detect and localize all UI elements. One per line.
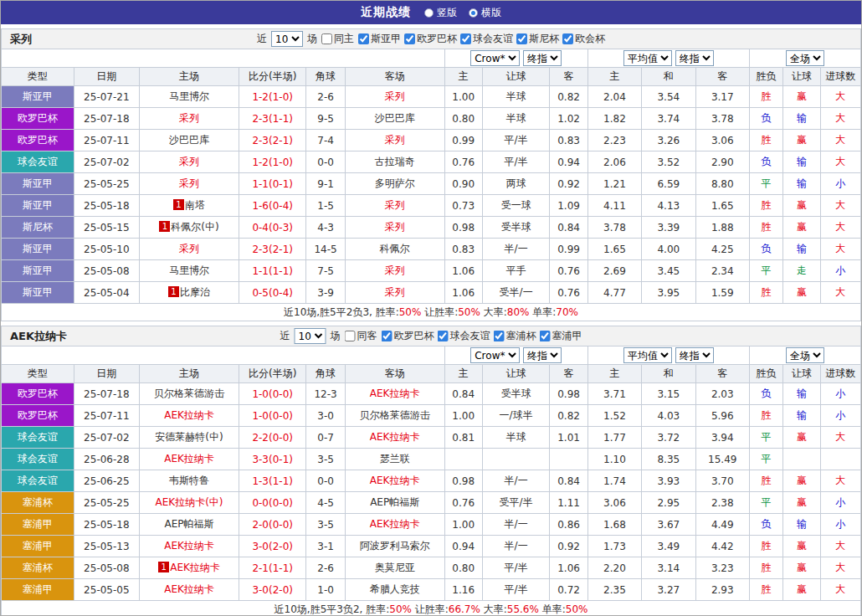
league-filter-checkbox[interactable]	[562, 33, 573, 44]
avg-odds-select[interactable]: 平均值	[623, 50, 672, 66]
avg-stage-select[interactable]: 终指	[675, 347, 714, 363]
team-link[interactable]: AEK拉纳卡	[170, 562, 220, 573]
summary-stat-label: 让胜率:	[421, 306, 458, 318]
avg-stage-select[interactable]: 终指	[675, 50, 714, 66]
league-filter-checkbox[interactable]	[540, 331, 551, 341]
view-radio-vertical[interactable]: 竖版	[424, 6, 457, 20]
league-badge: 欧罗巴杯	[2, 405, 74, 427]
team-link[interactable]: 安德莱赫特(中)	[155, 431, 223, 443]
avg-away: 3.94	[695, 427, 749, 449]
odds-provider-select[interactable]: Crow*	[470, 50, 520, 66]
odds-provider-select[interactable]: Crow*	[470, 347, 520, 363]
score-cell: 3-0(2-0)	[239, 536, 306, 557]
view-radio-horizontal[interactable]: 横版	[469, 6, 501, 20]
team-link[interactable]: AEK拉纳卡	[164, 409, 214, 421]
home-team-cell: AEP帕福斯	[140, 514, 239, 536]
scope-select[interactable]: 全场	[786, 50, 824, 66]
team-link[interactable]: 马里博尔	[169, 90, 209, 102]
team-link[interactable]: AEK拉纳卡	[370, 518, 420, 530]
league-filter[interactable]: 塞浦杯	[494, 329, 536, 343]
avg-odds-select[interactable]: 平均值	[623, 347, 672, 363]
team-link[interactable]: 希腊人竞技	[370, 583, 420, 595]
league-filter-checkbox[interactable]	[494, 331, 505, 341]
team-link[interactable]: 阿波罗利马索尔	[360, 540, 430, 552]
league-filter[interactable]: 欧罗巴杯	[382, 329, 434, 343]
team-link[interactable]: 采列	[385, 90, 405, 102]
summary-stat-label: 大率:	[480, 603, 507, 615]
match-count-select[interactable]: 10	[295, 328, 326, 344]
league-filter[interactable]: 球会友谊	[438, 329, 490, 343]
league-filter[interactable]: 塞浦甲	[540, 329, 582, 343]
team-link[interactable]: 沙巴巴库	[169, 134, 209, 146]
odds-home: 1.00	[444, 514, 482, 536]
league-filter[interactable]: 球会友谊	[460, 32, 513, 46]
team-link[interactable]: AEP帕福斯	[164, 518, 213, 530]
summary-row: 近10场,胜5平2负3, 胜率:50% 让胜率:50% 大率:80% 单率:70…	[2, 304, 861, 321]
radio-dot-icon[interactable]	[424, 8, 434, 18]
avg-draw: 3.93	[642, 470, 695, 492]
same-side-checkbox-input[interactable]	[345, 331, 356, 341]
team-link[interactable]: 采列	[385, 134, 405, 146]
team-link[interactable]: AEP帕福斯	[370, 496, 419, 508]
team-link[interactable]: AEK拉纳卡	[164, 540, 214, 552]
team-link[interactable]: 瑟兰联	[380, 453, 410, 465]
scope-select[interactable]: 全场	[786, 347, 824, 363]
result-handicap: 赢	[783, 195, 820, 217]
team-link[interactable]: 采列	[385, 221, 405, 233]
league-filter-label: 斯尼杯	[529, 32, 559, 46]
team-link[interactable]: AEK拉纳卡(中)	[155, 496, 223, 508]
team-link[interactable]: 采列	[385, 199, 405, 211]
view-radio-label[interactable]: 横版	[481, 6, 501, 20]
team-link[interactable]: 采列	[179, 112, 199, 124]
match-date: 25-07-11	[74, 130, 140, 151]
team-link[interactable]: 采列	[385, 264, 405, 276]
league-filter-checkbox[interactable]	[516, 33, 527, 44]
team-link[interactable]: 韦斯特鲁	[169, 475, 209, 486]
odds-stage-select[interactable]: 终指	[523, 347, 562, 363]
col-date: 日期	[74, 365, 140, 383]
team-link[interactable]: 沙巴巴库	[375, 112, 415, 124]
same-side-checkbox-input[interactable]	[321, 33, 332, 44]
league-filter-checkbox[interactable]	[404, 33, 415, 44]
same-side-checkbox[interactable]: 同主	[321, 32, 354, 46]
league-filter[interactable]: 欧会杯	[562, 32, 605, 46]
team-link[interactable]: 采列	[385, 286, 405, 298]
team-link[interactable]: 采列	[179, 243, 199, 254]
team-link[interactable]: 古拉瑞奇	[375, 156, 415, 167]
result-outcome: 胜	[749, 579, 782, 601]
league-filter-checkbox[interactable]	[382, 331, 393, 341]
avg-home: 1.74	[587, 470, 641, 492]
away-team-cell: 瑟兰联	[345, 449, 444, 470]
team-link[interactable]: 贝尔格莱德游击	[360, 409, 430, 421]
team-link[interactable]: 科佩尔(中)	[171, 221, 218, 233]
team-link[interactable]: 马里博尔	[169, 264, 209, 276]
odds-stage-select[interactable]: 终指	[523, 50, 562, 66]
team-link[interactable]: 奥莫尼亚	[375, 562, 415, 573]
team-link[interactable]: 采列	[179, 156, 199, 167]
team-link[interactable]: AEK拉纳卡	[370, 431, 420, 443]
avg-odds-cell: 平均值 终指	[587, 49, 749, 68]
odds-home: 0.84	[444, 383, 482, 405]
league-filter-checkbox[interactable]	[358, 33, 369, 44]
view-radio-label[interactable]: 竖版	[437, 6, 457, 20]
match-count-select[interactable]: 10	[271, 31, 303, 47]
team-link[interactable]: 南塔	[185, 199, 205, 211]
team-link[interactable]: 比摩治	[180, 286, 210, 298]
team-link[interactable]: 采列	[179, 177, 199, 189]
team-link[interactable]: AEK拉纳卡	[164, 453, 214, 465]
league-filter[interactable]: 欧罗巴杯	[404, 32, 457, 46]
same-side-checkbox[interactable]: 同客	[345, 329, 377, 343]
team-link[interactable]: 多明萨尔	[375, 177, 415, 189]
league-filter-checkbox[interactable]	[460, 33, 471, 44]
team-link[interactable]: AEK拉纳卡	[370, 475, 420, 486]
team-link[interactable]: 贝尔格莱德游击	[154, 388, 224, 399]
league-filter[interactable]: 斯亚甲	[358, 32, 401, 46]
team-link[interactable]: AEK拉纳卡	[164, 583, 214, 595]
radio-dot-icon[interactable]	[469, 8, 478, 18]
team-link[interactable]: AEK拉纳卡	[370, 388, 420, 399]
league-filter[interactable]: 斯尼杯	[516, 32, 559, 46]
team-link[interactable]: 科佩尔	[380, 243, 410, 254]
match-row: 塞浦甲25-05-13AEK拉纳卡3-0(2-0)3-1阿波罗利马索尔0.94半…	[2, 536, 861, 557]
result-goals: 大	[820, 86, 860, 108]
league-filter-checkbox[interactable]	[438, 331, 449, 341]
